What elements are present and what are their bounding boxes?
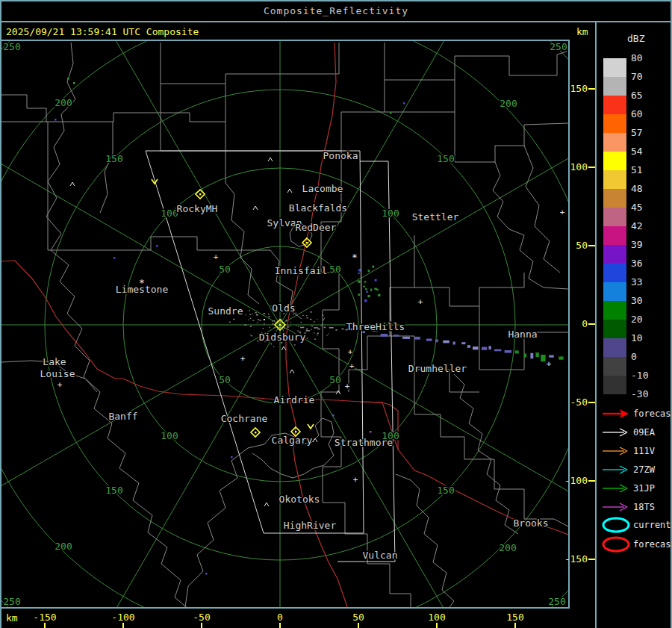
timestamp: 2025/09/21 13:59:41 UTC Composite [6,26,199,37]
right-axis-label: 50 [576,240,588,251]
colorbar-cell [603,152,626,170]
town-caret-icon [268,158,273,161]
right-axis-label: -100 [564,476,588,486]
track-09EA-icon [600,423,632,441]
colorbar-label: 45 [631,202,643,213]
town-label: Airdrie [274,394,315,405]
titlebar-separator-line [0,21,672,22]
colorbar-cell [603,301,626,320]
svg-text:200: 200 [55,541,72,552]
town-plus-icon: + [345,382,350,391]
town-plus-icon: + [57,380,63,390]
colorbar-cell [603,96,626,114]
track-18TS-label: 18TS [633,502,655,512]
bottom-axis-label: 100 [414,612,459,623]
town-caret-icon [253,206,258,210]
bottom-axis-label: -150 [22,612,67,623]
colorbar-label: 80 [631,53,643,63]
svg-text:200: 200 [55,97,72,108]
town-label: Brooks [514,517,549,529]
forecast-ellipse-icon [600,535,632,553]
track-18TS-icon [600,498,632,516]
town-label: Louise [40,368,75,379]
radar-display[interactable]: 5050505010010010010015015015015020020020… [1,41,568,607]
side-panel: dBZ 807065605754514845423936333020100-10… [595,22,672,628]
right-axis-unit: km [576,26,588,37]
town-plus-icon: + [214,252,219,262]
town-plus-icon: + [560,208,565,217]
bottom-axis-unit: km [6,612,18,624]
colorbar-cell [603,226,626,245]
town-label: Calgary [272,435,313,446]
colorbar-label: 54 [631,146,643,157]
town-plus-icon: + [353,475,358,485]
right-axis-label: 150 [570,84,588,94]
colorbar-label: 39 [631,240,643,250]
town-plus-icon: + [240,354,246,364]
colorbar-title: dBZ [627,33,644,44]
colorbar-cell [603,357,626,376]
svg-text:150: 150 [105,153,122,164]
window-title: Composite_Reflectivity [264,5,408,16]
colorbar-cell [603,133,626,152]
town-label: Hanna [508,329,537,340]
track-27ZW-label: 27ZW [633,464,655,475]
track-31JP-icon [600,479,632,497]
right-axis-label: -150 [564,554,588,565]
town-label: Blackfalds [289,202,347,214]
colorbar-label: 48 [631,184,643,194]
svg-text:100: 100 [161,208,178,219]
town-caret-icon [287,189,292,193]
colorbar-label: 0 [631,352,637,362]
town-label: Lacombe [302,183,343,194]
colorbar-cell [603,264,626,282]
town-plus-icon: + [547,359,552,369]
town-caret-icon [281,346,286,350]
town-label: Banff [108,411,137,422]
right-axis-tick [588,323,595,325]
svg-text:50: 50 [219,264,231,275]
town-label: HighRiver [284,520,337,531]
colorbar-label: 36 [631,258,643,269]
title-bar: Composite_Reflectivity [0,1,672,21]
bottom-axis-label: 50 [336,612,381,623]
track-arrow-icon [308,424,314,429]
town-label: Vulcan [363,550,398,561]
svg-text:50: 50 [219,374,231,385]
town-label: Lake [43,356,66,367]
town-label: Sundre [208,305,243,317]
svg-text:150: 150 [437,485,454,496]
left-border-line [0,0,1,628]
track-27ZW-icon [600,461,632,479]
colorbar-label: 57 [631,128,643,138]
town-label: Strathmore [335,437,393,448]
track-111V-label: 111V [633,446,655,456]
bottom-axis-tick [122,623,124,628]
svg-text:50: 50 [329,264,341,275]
radar-map-frame: 5050505010010010010015015015015020020020… [0,40,570,609]
right-axis-tick [588,167,595,168]
current-ellipse-icon [600,516,632,534]
track-31JP-label: 31JP [633,483,655,494]
town-label: ThreeHills [346,321,405,332]
colorbar-label: 42 [631,221,643,231]
svg-text:250: 250 [3,41,20,52]
right-axis-label: 0 [582,319,588,329]
svg-text:150: 150 [105,485,122,496]
track-111V-icon [600,442,632,460]
bottom-axis-label: 0 [258,612,302,623]
town-label: Okotoks [279,494,320,505]
town-plus-icon: + [348,347,353,357]
bottom-axis-tick [358,623,359,628]
forecast-ellipse-label: forecast [633,539,672,550]
town-dot-icon [264,319,265,320]
colorbar-cell [603,77,626,96]
colorbar-cell [603,189,626,208]
town-label: Olds [272,302,295,314]
svg-text:250: 250 [550,41,567,52]
bottom-axis-tick [44,623,46,628]
bottom-axis-tick [436,623,438,628]
right-axis-tick [588,559,595,560]
town-label: Stettler [412,211,459,223]
svg-text:200: 200 [500,98,517,109]
